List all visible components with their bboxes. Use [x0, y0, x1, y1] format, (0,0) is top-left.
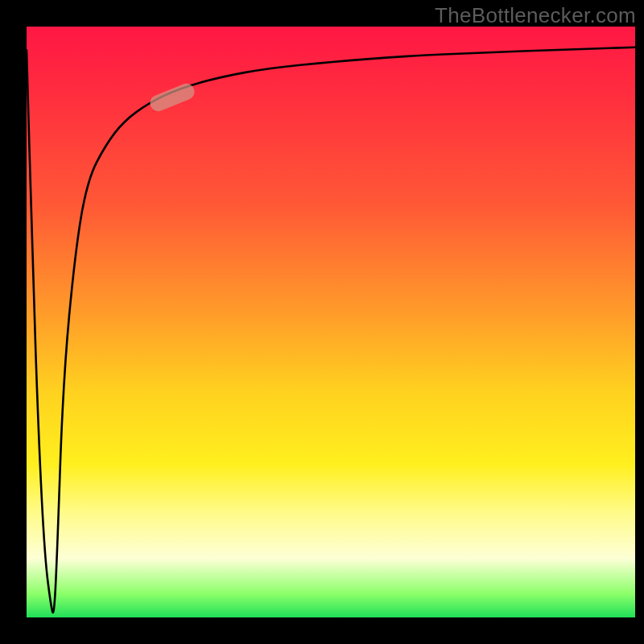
plot-area: [27, 27, 635, 617]
chart-frame: TheBottlenecker.com: [0, 0, 644, 644]
bottleneck-curve: [27, 27, 635, 617]
watermark-text: TheBottlenecker.com: [435, 3, 636, 28]
